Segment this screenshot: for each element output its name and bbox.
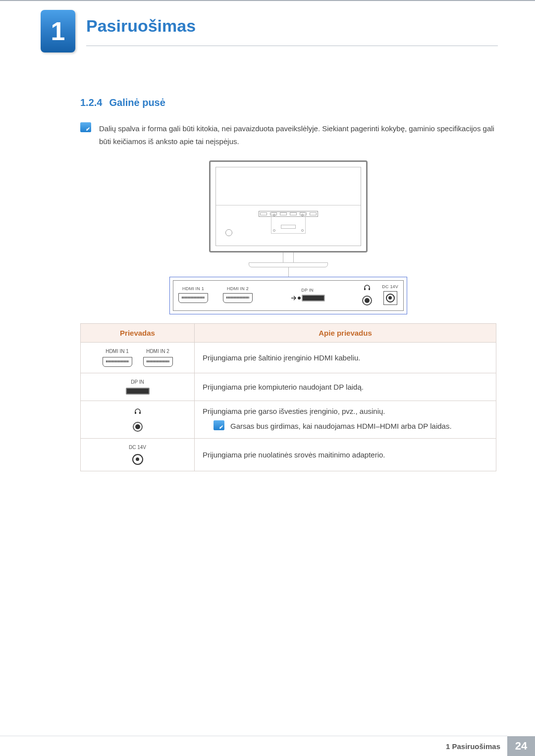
chapter-number-badge: 1 bbox=[41, 10, 75, 52]
monitor-rear-illustration bbox=[209, 160, 368, 252]
svg-point-1 bbox=[298, 297, 301, 300]
table-cell-desc: Prijungiama prie šaltinio įrenginio HDMI… bbox=[195, 342, 496, 373]
chapter-title: Pasiruošimas bbox=[86, 16, 498, 46]
svg-rect-6 bbox=[214, 420, 224, 430]
svg-rect-0 bbox=[80, 122, 91, 132]
chapter-header: 1 Pasiruošimas bbox=[0, 1, 535, 67]
table-row: Prijungiama prie garso išvesties įrengin… bbox=[81, 401, 496, 438]
footer-page-number: 24 bbox=[507, 736, 535, 756]
table-header-port: Prievadas bbox=[81, 323, 195, 342]
svg-rect-5 bbox=[139, 412, 141, 414]
table-cell-desc: Prijungiama prie kompiuterio naudojant D… bbox=[195, 373, 496, 401]
dp-port-icon bbox=[126, 388, 150, 395]
note-icon bbox=[214, 420, 224, 430]
table-row: HDMI IN 1 HDMI IN 2 Prijungiama prie šal… bbox=[81, 342, 496, 373]
dc-port-icon bbox=[132, 454, 143, 465]
subsection-title-text: Galinė pusė bbox=[109, 97, 165, 108]
table-cell-desc: Prijungiama prie nuolatinės srovės maiti… bbox=[195, 438, 496, 471]
monitor-stand-illustration bbox=[283, 252, 294, 262]
dot-icon bbox=[297, 296, 302, 301]
svg-rect-3 bbox=[369, 288, 370, 290]
svg-rect-2 bbox=[364, 288, 366, 290]
hdmi-port-icon bbox=[103, 357, 132, 367]
dp-port: DP IN bbox=[256, 288, 359, 302]
monitor-base-illustration bbox=[249, 262, 328, 267]
footer-chapter-label: 1 Pasiruošimas bbox=[446, 736, 507, 756]
headphone-port bbox=[362, 284, 372, 305]
audio-jack-icon bbox=[133, 422, 143, 432]
table-row: DC 14V Prijungiama prie nuolatinės srovė… bbox=[81, 438, 496, 471]
arrow-right-icon bbox=[290, 295, 297, 302]
page-footer: 1 Pasiruošimas 24 bbox=[0, 736, 535, 756]
intro-note: Dalių spalva ir forma gali būti kitokia,… bbox=[80, 122, 496, 149]
port-panel-callout: HDMI IN 1 HDMI IN 2 DP IN bbox=[169, 277, 407, 314]
ports-table: Prievadas Apie prievadus HDMI IN 1 HDMI … bbox=[80, 323, 496, 471]
subsection-number: 1.2.4 bbox=[80, 97, 102, 108]
hdmi1-port: HDMI IN 1 bbox=[178, 286, 208, 303]
hdmi2-port: HDMI IN 2 bbox=[223, 286, 253, 303]
dc-port: DC 14V bbox=[382, 284, 398, 305]
rear-diagram: HDMI IN 1 HDMI IN 2 DP IN bbox=[80, 160, 496, 314]
note-icon bbox=[80, 122, 91, 132]
page-content: 1.2.4Galinė pusė Dalių spalva ir forma g… bbox=[0, 67, 535, 471]
svg-rect-4 bbox=[135, 412, 136, 414]
headphone-icon bbox=[363, 284, 371, 294]
intro-note-text: Dalių spalva ir forma gali būti kitokia,… bbox=[99, 122, 496, 149]
table-header-desc: Apie prievadus bbox=[195, 323, 496, 342]
hdmi-port-icon bbox=[143, 357, 173, 367]
table-cell-desc: Prijungiama prie garso išvesties įrengin… bbox=[195, 401, 496, 438]
table-row: DP IN Prijungiama prie kompiuterio naudo… bbox=[81, 373, 496, 401]
headphone-icon bbox=[134, 407, 142, 417]
subsection-heading: 1.2.4Galinė pusė bbox=[80, 97, 496, 108]
